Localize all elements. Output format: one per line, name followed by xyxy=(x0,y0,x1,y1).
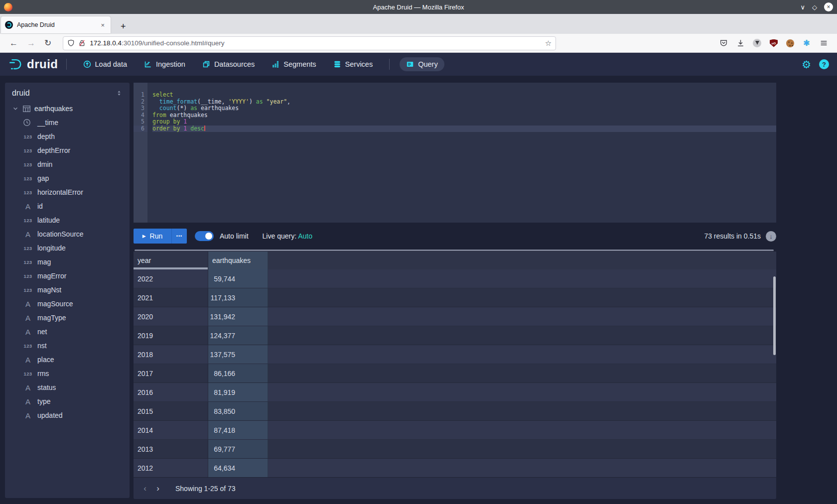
sql-line-6[interactable]: order by 1 desc xyxy=(152,126,776,132)
sql-token: as xyxy=(190,105,197,112)
cell-earthquakes[interactable]: 137,575 xyxy=(208,345,268,364)
nav-item-services[interactable]: Services xyxy=(327,57,380,71)
prev-page-button[interactable]: ‹ xyxy=(139,482,151,495)
sql-line-1[interactable]: select xyxy=(152,92,776,99)
nav-item-segments[interactable]: Segments xyxy=(265,57,322,71)
window-minimize-icon[interactable]: ∨ xyxy=(800,4,805,10)
help-icon[interactable]: ? xyxy=(819,59,829,69)
cell-earthquakes[interactable]: 86,166 xyxy=(208,364,268,382)
sql-line-3[interactable]: count(*) as earthquakes xyxy=(152,105,776,112)
cell-year[interactable]: 2015 xyxy=(134,402,208,420)
extension-asterisk-icon[interactable]: ✱ xyxy=(802,39,811,48)
column-header-year[interactable]: year xyxy=(134,252,208,269)
live-query-value[interactable]: Auto xyxy=(298,232,312,240)
vertical-scrollbar-thumb[interactable] xyxy=(773,276,776,355)
cell-earthquakes[interactable]: 131,942 xyxy=(208,307,268,326)
reload-icon[interactable]: ↻ xyxy=(44,39,51,47)
sidebar-column-depthError[interactable]: 123depthError xyxy=(5,143,130,157)
auto-limit-toggle[interactable] xyxy=(195,231,214,241)
download-icon[interactable] xyxy=(736,39,745,48)
sql-line-2[interactable]: time_format(__time, 'YYYY') as "year", xyxy=(152,99,776,106)
sidebar-column-magNst[interactable]: 123magNst xyxy=(5,283,130,297)
sidebar-column-updated[interactable]: Aupdated xyxy=(5,408,130,422)
cell-year[interactable]: 2018 xyxy=(134,345,208,364)
sql-line-4[interactable]: from earthquakes xyxy=(152,112,776,119)
cell-earthquakes[interactable]: 87,418 xyxy=(208,421,268,439)
cell-year[interactable]: 2013 xyxy=(134,440,208,458)
cell-earthquakes[interactable]: 69,777 xyxy=(208,440,268,458)
sidebar-column-mag[interactable]: 123mag xyxy=(5,255,130,269)
sidebar-column-magError[interactable]: 123magError xyxy=(5,269,130,283)
cell-earthquakes[interactable]: 59,744 xyxy=(208,269,268,288)
run-more-button[interactable]: ••• xyxy=(171,229,187,244)
sidebar-column-status[interactable]: Astatus xyxy=(5,380,130,394)
nav-item-datasources[interactable]: Datasources xyxy=(196,57,261,71)
cell-year[interactable]: 2012 xyxy=(134,459,208,477)
nav-item-label: Load data xyxy=(95,60,128,68)
url-bar[interactable]: 172.18.0.4:30109/unified-console.html#qu… xyxy=(63,36,556,50)
cell-year[interactable]: 2016 xyxy=(134,383,208,401)
new-tab-button[interactable]: + xyxy=(118,21,129,34)
druid-brand[interactable]: druid xyxy=(8,57,58,72)
cell-year[interactable]: 2021 xyxy=(134,288,208,307)
sidebar-column-id[interactable]: Aid xyxy=(5,199,130,213)
cell-earthquakes[interactable]: 117,133 xyxy=(208,288,268,307)
forward-icon[interactable]: → xyxy=(27,39,35,47)
nav-item-query[interactable]: Query xyxy=(400,57,444,71)
cell-earthquakes[interactable]: 124,377 xyxy=(208,326,268,345)
sidebar-column-dmin[interactable]: 123dmin xyxy=(5,157,130,171)
cell-year[interactable]: 2022 xyxy=(134,269,208,288)
sidebar-column-locationSource[interactable]: AlocationSource xyxy=(5,227,130,241)
sidebar-column-type[interactable]: Atype xyxy=(5,394,130,408)
sql-line-5[interactable]: group by 1 xyxy=(152,119,776,126)
sql-editor[interactable]: 123456 select time_format(__time, 'YYYY'… xyxy=(134,83,776,223)
sidebar-column-magSource[interactable]: AmagSource xyxy=(5,297,130,311)
url-text[interactable]: 172.18.0.4:30109/unified-console.html#qu… xyxy=(90,39,545,47)
cell-earthquakes[interactable]: 64,634 xyxy=(208,459,268,477)
sidebar-table-earthquakes[interactable]: earthquakes xyxy=(5,102,130,116)
editor-code[interactable]: select time_format(__time, 'YYYY') as "y… xyxy=(147,92,776,223)
cookie-extension-icon[interactable] xyxy=(786,39,794,47)
bookmark-star-icon[interactable]: ☆ xyxy=(545,39,552,48)
cell-year[interactable]: 2019 xyxy=(134,326,208,345)
sidebar-column-place[interactable]: Aplace xyxy=(5,353,130,367)
window-close-icon[interactable]: × xyxy=(824,2,833,11)
tab-close-icon[interactable]: × xyxy=(99,20,107,30)
horizontal-scrollbar[interactable] xyxy=(135,250,774,251)
run-button[interactable]: ▶Run xyxy=(134,229,171,244)
privacy-badger-icon[interactable] xyxy=(753,39,761,47)
sidebar-column-time[interactable]: __time xyxy=(5,116,130,129)
sidebar-column-net[interactable]: Anet xyxy=(5,325,130,339)
ublock-origin-icon[interactable]: uO xyxy=(770,39,778,47)
next-page-button[interactable]: › xyxy=(151,482,164,495)
column-header-earthquakes[interactable]: earthquakes xyxy=(208,252,268,269)
download-results-icon[interactable]: ↓ xyxy=(766,231,776,242)
sidebar-column-longitude[interactable]: 123longitude xyxy=(5,241,130,255)
sort-toggle-icon[interactable] xyxy=(116,90,123,97)
live-query-label[interactable]: Live query: Auto xyxy=(263,232,312,240)
nav-item-ingestion[interactable]: Ingestion xyxy=(138,57,192,71)
window-maximize-icon[interactable]: ◇ xyxy=(812,4,817,10)
sidebar-column-latitude[interactable]: 123latitude xyxy=(5,213,130,227)
sidebar-column-depth[interactable]: 123depth xyxy=(5,129,130,143)
sidebar-column-gap[interactable]: 123gap xyxy=(5,171,130,185)
cell-year[interactable]: 2017 xyxy=(134,364,208,382)
browser-tab-apache-druid[interactable]: Apache Druid × xyxy=(1,16,111,33)
sidebar-column-magType[interactable]: AmagType xyxy=(5,311,130,325)
cell-year[interactable]: 2014 xyxy=(134,421,208,439)
cell-earthquakes[interactable]: 83,850 xyxy=(208,402,268,420)
nav-item-load-data[interactable]: Load data xyxy=(77,57,134,71)
pocket-icon[interactable] xyxy=(719,39,728,48)
tracking-shield-icon[interactable] xyxy=(67,39,75,47)
settings-gear-icon[interactable]: ⚙ xyxy=(802,59,811,70)
auto-limit-label[interactable]: Auto limit xyxy=(220,232,249,240)
sidebar-column-horizontalError[interactable]: 123horizontalError xyxy=(5,185,130,199)
sidebar-column-rms[interactable]: 123rms xyxy=(5,367,130,380)
back-icon[interactable]: ← xyxy=(9,39,18,47)
insecure-lock-icon[interactable] xyxy=(78,39,86,47)
sidebar-column-nst[interactable]: 123nst xyxy=(5,339,130,353)
cell-earthquakes[interactable]: 81,919 xyxy=(208,383,268,401)
cell-year[interactable]: 2020 xyxy=(134,307,208,326)
menu-hamburger-icon[interactable] xyxy=(819,39,828,48)
chevron-down-icon[interactable] xyxy=(12,105,19,112)
